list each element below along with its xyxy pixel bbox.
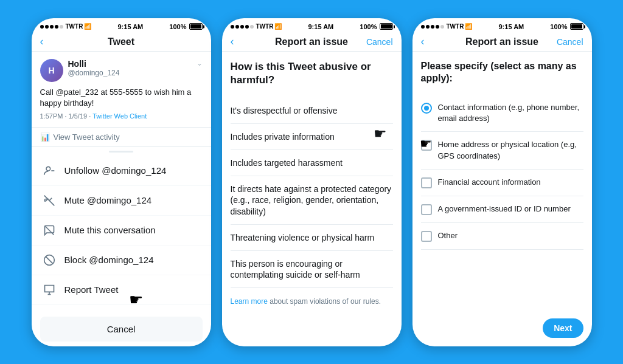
back-arrow-3[interactable]: ‹ — [421, 35, 425, 48]
time-3: 9:15 AM — [498, 23, 524, 30]
battery-pct-2: 100% — [360, 23, 377, 30]
time-1: 9:15 AM — [117, 23, 143, 30]
next-button[interactable]: Next — [543, 318, 583, 338]
checkbox-0[interactable] — [421, 103, 432, 114]
block-label: Block @domingo_124 — [64, 255, 154, 265]
report-question: How is this Tweet abusive or harmful? — [231, 60, 393, 87]
menu-item-block[interactable]: Block @domingo_124 — [32, 246, 211, 275]
carrier-2: TWTR — [256, 23, 274, 30]
cursor-hand-3: ☛ — [420, 136, 432, 152]
unfollow-label: Unfollow @domingo_124 — [64, 165, 167, 176]
tweet-username: Holli — [68, 59, 192, 69]
checkbox-label-0: Contact information (e.g, phone number, … — [438, 102, 583, 124]
tweet-time: 1:57PM · 1/5/19 — [40, 112, 88, 120]
checkbox-item-4[interactable]: Other — [421, 223, 583, 250]
battery-fill-1 — [190, 24, 201, 29]
report-option-1[interactable]: Includes private information ☛ — [231, 124, 393, 150]
checkbox-label-3: A government-issued ID or ID number — [438, 204, 583, 215]
menu-item-unfollow[interactable]: Unfollow @domingo_124 — [32, 156, 211, 186]
phone-2: TWTR 📶 9:15 AM 100% ‹ Report an issue Ca… — [222, 18, 402, 346]
checkbox-label-4: Other — [438, 230, 583, 241]
wifi-icon-1: 📶 — [84, 23, 91, 30]
avatar: H — [40, 59, 63, 82]
battery-icon-1 — [189, 23, 203, 30]
report-option-4[interactable]: Threatening violence or physical harm — [231, 225, 393, 251]
status-bar-1: TWTR 📶 9:15 AM 100% — [32, 18, 211, 33]
checkbox-2[interactable] — [421, 177, 432, 188]
report-content: How is this Tweet abusive or harmful? It… — [222, 52, 402, 346]
phone-3: TWTR 📶 9:15 AM 100% ‹ Report an issue Ca… — [412, 18, 592, 346]
checkbox-label-1: Home address or physical location (e.g, … — [438, 139, 583, 161]
tweet-text: Call @patel_232 at 555-5555 to wish him … — [40, 87, 203, 109]
mute-label: Mute @domingo_124 — [64, 195, 152, 205]
status-bar-3: TWTR 📶 9:15 AM 100% — [412, 18, 592, 33]
svg-line-5 — [46, 256, 53, 264]
cancel-nav-2[interactable]: Cancel — [366, 37, 393, 47]
checkbox-item-1[interactable]: ☛ Home address or physical location (e.g… — [421, 132, 583, 169]
checkbox-item-2[interactable]: Financial account information — [421, 170, 583, 196]
status-bar-2: TWTR 📶 9:15 AM 100% — [222, 18, 402, 33]
cursor-hand-1: ☛ — [129, 290, 143, 309]
battery-pct-3: 100% — [550, 23, 567, 30]
dot4 — [55, 25, 58, 29]
cancel-button-1[interactable]: Cancel — [40, 317, 203, 342]
checkbox-item-0[interactable]: Contact information (e.g, phone number, … — [421, 95, 583, 132]
report-learn-more: Learn more about spam violations of our … — [231, 297, 393, 307]
report-icon — [43, 283, 56, 297]
cancel-nav-3[interactable]: Cancel — [557, 37, 583, 47]
menu-section: Unfollow @domingo_124 Mute @domingo_124 — [32, 156, 211, 312]
report-option-3[interactable]: It directs hate against a protected cate… — [231, 176, 393, 225]
checkbox-label-2: Financial account information — [438, 177, 583, 188]
dot5 — [60, 25, 63, 29]
menu-item-report[interactable]: Report Tweet ☛ — [32, 275, 211, 305]
back-arrow-2[interactable]: ‹ — [231, 35, 234, 48]
nav-title-3: Report an issue — [465, 36, 538, 47]
tweet-meta: 1:57PM · 1/5/19 · Twitter Web Client — [40, 112, 203, 120]
menu-item-mute-conv[interactable]: Mute this conversation — [32, 216, 211, 246]
checkbox-section: Contact information (e.g, phone number, … — [412, 95, 592, 346]
learn-more-link[interactable]: Learn more — [231, 297, 268, 306]
menu-item-mute[interactable]: Mute @domingo_124 — [32, 186, 211, 216]
block-icon — [43, 253, 56, 267]
view-activity-label: View Tweet activity — [54, 132, 120, 142]
divider-bar — [109, 151, 133, 153]
signal-dots-2: TWTR 📶 — [231, 23, 282, 30]
tweet-chevron-icon: ⌄ — [197, 59, 203, 67]
nav-bar-1: ‹ Tweet — [32, 33, 211, 52]
tweet-header: H Holli @domingo_124 ⌄ — [40, 59, 203, 82]
nav-title-2: Report an issue — [275, 36, 348, 47]
checkbox-4[interactable] — [421, 231, 432, 242]
dot1 — [40, 25, 44, 29]
signal-dots-3: TWTR 📶 — [421, 23, 473, 30]
checkbox-item-3[interactable]: A government-issued ID or ID number — [421, 196, 583, 223]
carrier-3: TWTR — [447, 23, 464, 30]
report-option-0[interactable]: It's disrespectful or offensive — [231, 98, 393, 124]
battery-area-3: 100% — [550, 23, 583, 30]
tweet-handle: @domingo_124 — [68, 69, 192, 77]
svg-point-0 — [46, 167, 50, 171]
tweet-user-info: Holli @domingo_124 — [68, 59, 192, 77]
nav-bar-3: ‹ Report an issue Cancel — [412, 33, 592, 52]
cursor-hand-2: ☛ — [374, 124, 387, 143]
checkbox-3[interactable] — [421, 204, 432, 215]
phone-1: TWTR 📶 9:15 AM 100% ‹ Tweet H Holli @do — [32, 18, 211, 346]
report-option-2[interactable]: Includes targeted harassment — [231, 150, 393, 176]
mute-conv-label: Mute this conversation — [64, 225, 156, 235]
tweet-client[interactable]: Twitter Web Client — [92, 112, 147, 120]
mute-conv-icon — [43, 224, 56, 237]
tweet-activity[interactable]: 📊 View Tweet activity — [32, 128, 211, 147]
signal-dots: TWTR 📶 — [40, 23, 92, 30]
mute-icon — [43, 194, 56, 207]
wifi-2: 📶 — [274, 23, 282, 30]
wifi-3: 📶 — [465, 23, 472, 30]
tweet-area: H Holli @domingo_124 ⌄ Call @patel_232 a… — [32, 52, 211, 128]
report-option-5[interactable]: This person is encouraging or contemplat… — [231, 251, 393, 288]
carrier-1: TWTR — [66, 23, 83, 30]
nav-title-1: Tweet — [108, 36, 134, 47]
dot2 — [45, 25, 49, 29]
back-arrow-1[interactable]: ‹ — [40, 35, 44, 48]
dot3 — [50, 25, 54, 29]
checkbox-1[interactable]: ☛ — [421, 140, 432, 151]
battery-icon-3 — [570, 23, 583, 30]
battery-area-1: 100% — [169, 23, 202, 30]
